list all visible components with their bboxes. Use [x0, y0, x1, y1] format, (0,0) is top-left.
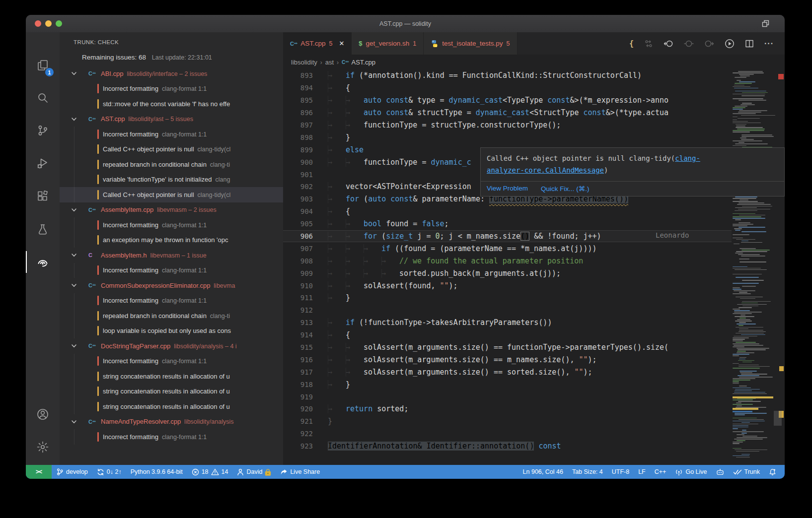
breadcrumb-item[interactable]: AST.cpp — [352, 59, 375, 66]
remote-indicator[interactable]: >< — [26, 465, 52, 479]
activity-item-run-debug[interactable] — [26, 150, 60, 176]
code-line-915[interactable]: 915→→solAssert(m_arguments.size() == fun… — [283, 341, 732, 354]
brace-icon[interactable]: { — [629, 39, 634, 48]
compare-icon[interactable] — [644, 39, 653, 48]
code-line-913[interactable]: 913→if (!functionType->takesArbitraryPar… — [283, 317, 732, 329]
line-number[interactable]: 894 — [283, 84, 313, 92]
status-item-ln-906-col-46[interactable]: Ln 906, Col 46 — [518, 465, 568, 479]
issue-row[interactable]: variable 'functionType' is not initializ… — [60, 172, 283, 188]
line-number[interactable]: 901 — [283, 171, 313, 179]
issue-row[interactable]: string concatenation results in allocati… — [60, 399, 283, 414]
title-bar[interactable]: AST.cpp — solidity — [26, 15, 785, 32]
line-number[interactable]: 914 — [283, 331, 313, 339]
issue-row[interactable]: loop variable is copied but only used as… — [60, 324, 283, 339]
status-item-lf[interactable]: LF — [634, 465, 650, 479]
activity-item-account[interactable] — [26, 401, 60, 427]
line-number[interactable]: 908 — [283, 257, 313, 265]
line-number[interactable]: 912 — [283, 306, 313, 314]
issue-row[interactable]: Incorrect formatting clang-format 1:1 — [60, 293, 283, 309]
code-line-896[interactable]: 896→→auto const& structType = dynamic_ca… — [283, 107, 732, 119]
activity-item-explorer[interactable]: 1 — [26, 53, 60, 78]
code-editor[interactable]: 893→if (*annotation().kind == FunctionCa… — [283, 69, 732, 465]
line-number[interactable]: 905 — [283, 220, 313, 228]
breadcrumb[interactable]: libsolidity›ast›C++AST.cpp — [283, 55, 785, 69]
tab-AST.cpp[interactable]: C++AST.cpp5✕ — [283, 32, 352, 55]
problem-rule-link[interactable]: analyzer-core.CallAndMessage — [487, 166, 604, 174]
code-line-897[interactable]: 897→→functionType = structType.construct… — [283, 119, 732, 131]
status-item-live-share[interactable]: Live Share — [276, 465, 324, 479]
code-line-894[interactable]: 894→{ — [283, 82, 732, 94]
status-item-18[interactable]: 1814 — [187, 465, 233, 479]
file-row-AssemblyItem.cpp[interactable]: C++AssemblyItem.cpp libevmasm – 2 issues — [60, 202, 283, 218]
code-line-923[interactable]: 923IdentifierAnnotation& Identifier::ann… — [283, 440, 732, 453]
issue-row[interactable]: string concatenation results in allocati… — [60, 369, 283, 384]
code-line-914[interactable]: 914→{ — [283, 329, 732, 341]
tab-get_version.sh[interactable]: $get_version.sh1 — [352, 32, 424, 55]
chevron-down-icon[interactable] — [71, 70, 77, 77]
status-item-bell[interactable] — [764, 465, 781, 479]
file-row-CommonSubexpressionEliminator.cpp[interactable]: C++CommonSubexpressionEliminator.cpp lib… — [60, 278, 283, 293]
close-tab-icon[interactable]: ✕ — [339, 40, 344, 47]
code-line-905[interactable]: 905→→bool found = false; — [283, 218, 732, 230]
code-line-895[interactable]: 895→→auto const& type = dynamic_cast<Typ… — [283, 94, 732, 107]
code-line-906[interactable]: 906→→for (size_t j = 0; j < m_names.size… — [283, 230, 732, 243]
line-number[interactable]: 899 — [283, 146, 313, 154]
line-number[interactable]: 918 — [283, 381, 313, 388]
breadcrumb-item[interactable]: libsolidity — [291, 59, 317, 66]
issue-row[interactable]: Called C++ object pointer is null clang-… — [60, 187, 283, 202]
line-number[interactable]: 923 — [283, 442, 313, 450]
minimap[interactable] — [732, 69, 785, 465]
activity-item-extensions[interactable] — [26, 184, 60, 209]
code-line-916[interactable]: 916→→solAssert(m_arguments.size() == m_n… — [283, 353, 732, 366]
code-line-907[interactable]: 907→→→if ((found = (parameterName == *m_… — [283, 242, 732, 255]
code-line-893[interactable]: 893→if (*annotation().kind == FunctionCa… — [283, 69, 732, 82]
code-line-921[interactable]: 921} — [283, 415, 732, 428]
line-number[interactable]: 907 — [283, 245, 313, 253]
line-number[interactable]: 910 — [283, 282, 313, 290]
line-number[interactable]: 916 — [283, 356, 313, 364]
quick-fix-link[interactable]: Quick Fix... (⌘.) — [541, 185, 590, 193]
file-row-AST.cpp[interactable]: C++AST.cpp libsolidity/ast – 5 issues — [60, 112, 283, 127]
chevron-down-icon[interactable] — [71, 282, 77, 289]
line-number[interactable]: 906 — [283, 232, 313, 240]
line-number[interactable]: 895 — [283, 96, 313, 104]
view-problem-link[interactable]: View Problem — [487, 185, 528, 193]
status-item-tab-size-4[interactable]: Tab Size: 4 — [568, 465, 607, 479]
issue-row[interactable]: repeated branch in conditional chain cla… — [60, 157, 283, 172]
line-number[interactable]: 904 — [283, 207, 313, 215]
line-number[interactable]: 920 — [283, 405, 313, 413]
line-number[interactable]: 915 — [283, 343, 313, 351]
line-number[interactable]: 909 — [283, 269, 313, 277]
line-number[interactable]: 896 — [283, 109, 313, 117]
issue-row[interactable]: string concatenation results in allocati… — [60, 384, 283, 399]
activity-item-search[interactable] — [26, 85, 60, 111]
code-line-919[interactable]: 919 — [283, 390, 732, 403]
activity-item-source-control[interactable] — [26, 118, 60, 143]
line-number[interactable]: 900 — [283, 158, 313, 166]
file-row-ABI.cpp[interactable]: C++ABI.cpp libsolidity/interface – 2 iss… — [60, 66, 283, 81]
issue-row[interactable]: Incorrect formatting clang-format 1:1 — [60, 263, 283, 278]
line-number[interactable]: 911 — [283, 294, 313, 302]
issue-row[interactable]: Incorrect formatting clang-format 1:1 — [60, 429, 283, 445]
minimap-slider[interactable] — [774, 411, 782, 426]
chevron-down-icon[interactable] — [71, 116, 77, 123]
chevron-down-icon[interactable] — [71, 342, 77, 349]
issue-row[interactable]: Incorrect formatting clang-format 1:1 — [60, 217, 283, 233]
code-line-918[interactable]: 918→} — [283, 378, 732, 390]
code-line-920[interactable]: 920→return sorted; — [283, 403, 732, 415]
code-line-917[interactable]: 917→→solAssert(m_arguments.size() == sor… — [283, 366, 732, 378]
nav-circle-icon[interactable] — [684, 39, 694, 48]
problem-rule-link[interactable]: clang- — [675, 154, 700, 162]
activity-item-settings[interactable] — [26, 434, 60, 460]
file-row-DocStringTagParser.cpp[interactable]: C++DocStringTagParser.cpp libsolidity/an… — [60, 338, 283, 354]
zoom-window-button[interactable] — [56, 20, 62, 27]
issue-row[interactable]: Incorrect formatting clang-format 1:1 — [60, 81, 283, 97]
activity-item-trunk[interactable] — [26, 249, 60, 275]
stack-icon[interactable] — [761, 19, 770, 28]
issue-row[interactable]: repeated branch in conditional chain cla… — [60, 308, 283, 324]
code-line-910[interactable]: 910→→solAssert(found, ""); — [283, 279, 732, 292]
issue-row[interactable]: std::move of the const variable 'f' has … — [60, 96, 283, 112]
nav-back-icon[interactable] — [664, 39, 673, 48]
status-item-david[interactable]: David — [232, 465, 276, 479]
code-line-912[interactable]: 912 — [283, 304, 732, 317]
